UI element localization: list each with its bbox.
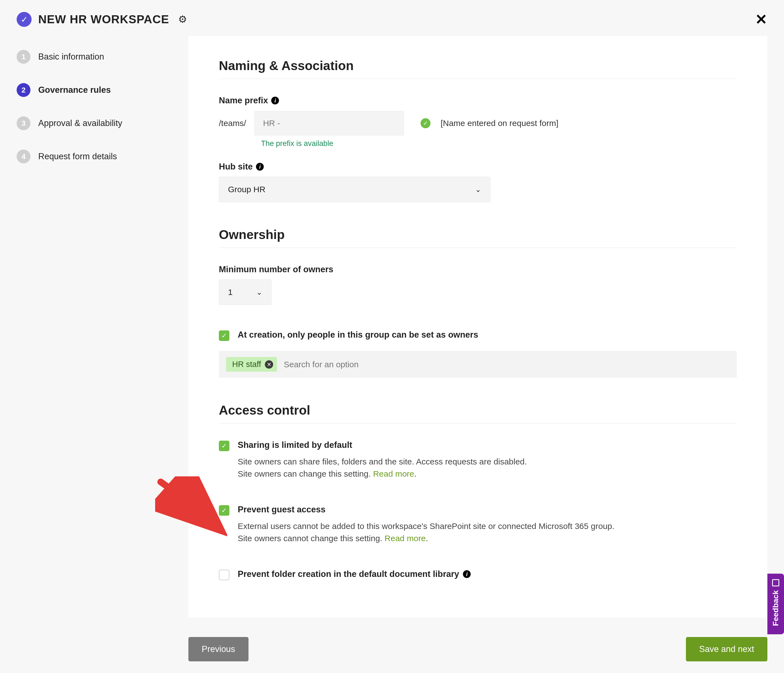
hub-site-select[interactable]: Group HR ⌄ [219,177,490,202]
step-number: 4 [17,149,31,163]
remove-tag-icon[interactable]: ✕ [265,360,273,368]
name-entered-placeholder: [Name entered on request form] [440,118,558,128]
feedback-tab[interactable]: Feedback [767,574,784,634]
min-owners-select[interactable]: 1 ⌄ [219,280,272,305]
step-label: Governance rules [38,85,111,95]
section-access-title: Access control [219,403,737,418]
section-naming-title: Naming & Association [219,58,737,73]
sharing-limited-desc: Site owners can share files, folders and… [238,455,737,480]
gear-icon[interactable]: ⚙ [178,14,187,25]
step-governance-rules[interactable]: 2 Governance rules [17,83,177,97]
owners-group-label: At creation, only people in this group c… [238,330,478,340]
owner-group-tag: HR staff ✕ [226,357,277,371]
sidebar: 1 Basic information 2 Governance rules 3… [0,36,188,183]
page-title: NEW HR WORKSPACE [38,13,169,26]
chevron-down-icon: ⌄ [256,288,262,297]
sharing-limited-checkbox[interactable]: ✓ [219,441,229,451]
close-icon[interactable]: ✕ [755,11,767,28]
sharing-limited-label: Sharing is limited by default [238,440,352,450]
step-basic-information[interactable]: 1 Basic information [17,50,177,64]
check-icon: ✓ [420,118,431,128]
min-owners-value: 1 [228,288,233,297]
section-ownership-title: Ownership [219,227,737,242]
hub-site-label: Hub site i [219,162,737,172]
prevent-folder-label: Prevent folder creation in the default d… [238,569,471,579]
min-owners-label: Minimum number of owners [219,264,737,275]
step-number: 2 [17,83,31,97]
info-icon[interactable]: i [256,163,264,171]
step-label: Basic information [38,52,104,62]
step-label: Approval & availability [38,118,122,128]
owners-group-search: HR staff ✕ [219,351,737,378]
read-more-link[interactable]: Read more [384,534,426,543]
owner-group-search-input[interactable] [284,360,730,369]
name-prefix-input[interactable] [254,111,404,135]
step-number: 3 [17,116,31,130]
header: ✓ NEW HR WORKSPACE ⚙ ✕ [0,0,784,36]
prefix-available-message: The prefix is available [261,139,737,148]
prevent-guest-label: Prevent guest access [238,505,325,514]
step-number: 1 [17,50,31,64]
teams-path-label: /teams/ [219,118,246,128]
step-approval-availability[interactable]: 3 Approval & availability [17,116,177,130]
prevent-guest-checkbox[interactable]: ✓ [219,505,229,516]
info-icon[interactable]: i [271,97,279,104]
chevron-down-icon: ⌄ [475,185,481,194]
step-label: Request form details [38,151,117,162]
content-card: Naming & Association Name prefix i /team… [188,36,767,618]
step-request-form-details[interactable]: 4 Request form details [17,149,177,163]
owners-group-checkbox[interactable]: ✓ [219,330,229,341]
info-icon[interactable]: i [463,570,471,578]
previous-button[interactable]: Previous [188,637,249,661]
read-more-link[interactable]: Read more [373,469,414,478]
save-and-next-button[interactable]: Save and next [686,637,767,661]
prevent-folder-checkbox[interactable] [219,570,229,580]
feedback-icon [772,579,779,586]
name-prefix-label: Name prefix i [219,96,737,106]
title-check-icon: ✓ [17,12,31,27]
prevent-guest-desc: External users cannot be added to this w… [238,520,737,544]
hub-site-value: Group HR [228,185,265,194]
